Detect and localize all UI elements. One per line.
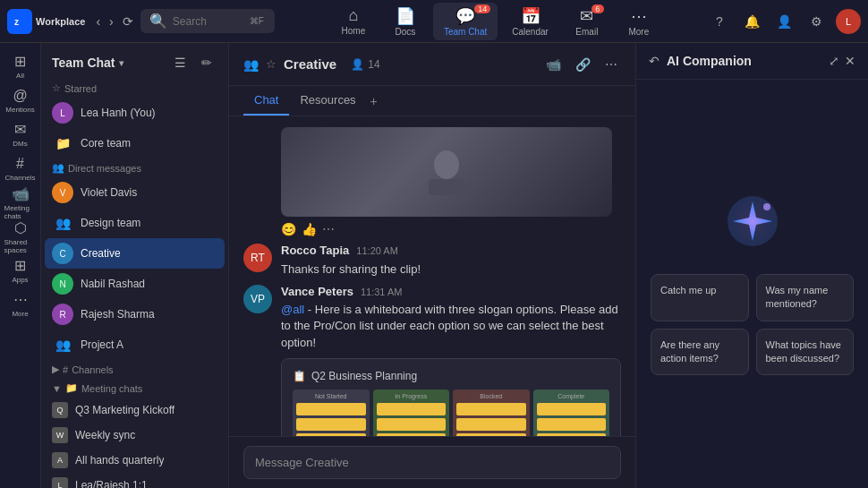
- icon-sidebar: ⊞ All @ Mentions ✉ DMs # Channels 📹 Meet…: [0, 43, 41, 488]
- calendar-icon: 📅: [521, 6, 540, 26]
- svg-text:z: z: [14, 17, 19, 27]
- more-options-button[interactable]: ⋯: [601, 54, 621, 75]
- chat-item-project-a[interactable]: 👥 Project A: [45, 330, 225, 360]
- image-placeholder-icon: [420, 145, 473, 199]
- ai-close-button[interactable]: ✕: [845, 54, 855, 68]
- chat-item-rajesh-sharma[interactable]: R Rajesh Sharma: [45, 299, 225, 330]
- chat-item-creative[interactable]: C Creative: [45, 238, 225, 269]
- chat-item-nabil-rashad[interactable]: N Nabil Rashad: [45, 269, 225, 299]
- ai-suggestion-catch-up[interactable]: Catch me up: [651, 274, 749, 321]
- ai-suggestions: Catch me up Was my name mentioned? Are t…: [651, 274, 854, 376]
- whiteboard-card[interactable]: 📋 Q2 Business Planning Not Started: [281, 358, 621, 436]
- all-icon: ⊞: [14, 53, 26, 70]
- sidebar-item-shared-spaces[interactable]: ⬡ Shared spaces: [4, 220, 37, 253]
- ai-panel-body: Catch me up Was my name mentioned? Are t…: [636, 80, 868, 488]
- image-message: 😊 👍 ⋯: [243, 127, 621, 236]
- chat-item-lea-hanh[interactable]: L Lea Hanh (You): [45, 98, 225, 128]
- nav-item-docs[interactable]: 📄 Docs: [381, 3, 430, 40]
- chat-sidebar-actions: ☰ ✏: [169, 52, 217, 73]
- ai-companion-panel: ↶ AI Companion ⤢ ✕: [635, 43, 868, 488]
- nav-arrows: ‹ › ⟳: [92, 13, 136, 30]
- zoom-logo[interactable]: z Workplace: [7, 9, 85, 34]
- core-team-folder-icon: 📁: [52, 133, 73, 154]
- sidebar-item-all[interactable]: ⊞ All: [4, 50, 37, 82]
- chat-item-all-hands[interactable]: A All hands quarterly: [45, 448, 225, 473]
- mention-all: @all: [281, 303, 304, 316]
- sidebar-item-meeting-chats[interactable]: 📹 Meeting chats: [4, 186, 37, 218]
- video-call-button[interactable]: 📹: [542, 54, 565, 75]
- nav-item-email[interactable]: ✉ 6 Email: [563, 3, 611, 40]
- wb-note: [296, 418, 366, 431]
- meeting-chats-icon: 📹: [12, 185, 30, 202]
- ai-suggestion-action-items[interactable]: Are there any action items?: [651, 329, 749, 376]
- member-count: 👤 14: [351, 58, 379, 71]
- search-bar[interactable]: 🔍 ⌘F: [140, 9, 275, 33]
- chat-sidebar-header: Team Chat ▾ ☰ ✏: [41, 43, 228, 79]
- mentions-icon: @: [13, 88, 27, 104]
- project-a-icon: 👥: [52, 334, 73, 355]
- ai-suggestion-name-mentioned[interactable]: Was my name mentioned?: [756, 274, 855, 321]
- nav-label-teamchat: Team Chat: [444, 27, 487, 37]
- compose-button[interactable]: ✏: [196, 52, 217, 73]
- nav-history-button[interactable]: ⟳: [119, 13, 137, 30]
- tab-add-button[interactable]: +: [367, 87, 381, 116]
- message-rocco: RT Rocco Tapia 11:20 AM Thanks for shari…: [243, 244, 621, 278]
- chat-tabs: Chat Resources +: [229, 86, 635, 116]
- sidebar-item-more[interactable]: ⋯ More: [4, 288, 37, 321]
- messages-area: 😊 👍 ⋯ RT Rocco Tapia 11:20 AM Thanks for…: [229, 116, 635, 436]
- nav-item-home[interactable]: ⌂ Home: [329, 3, 378, 39]
- sidebar-item-dms[interactable]: ✉ DMs: [4, 118, 37, 150]
- img-message-content: 😊 👍 ⋯: [281, 127, 612, 236]
- q3-marketing-name: Q3 Marketing Kickoff: [75, 404, 174, 416]
- reaction-thumbs-btn[interactable]: 👍: [302, 222, 317, 236]
- wb-label-in-progress: In Progress: [377, 393, 447, 399]
- wb-note: [377, 418, 447, 431]
- dm-section-header[interactable]: 👥 Direct messages: [45, 158, 225, 177]
- sidebar-item-mentions[interactable]: @ Mentions: [4, 84, 37, 116]
- channels-label: Channels: [5, 174, 36, 182]
- share-button[interactable]: 🔗: [572, 54, 594, 75]
- question-icon[interactable]: ?: [707, 9, 732, 34]
- violet-davis-avatar: V: [52, 182, 73, 203]
- filter-button[interactable]: ☰: [169, 52, 191, 73]
- chat-header: 👥 ☆ Creative 👤 14 📹 🔗 ⋯: [229, 43, 635, 86]
- tab-chat[interactable]: Chat: [243, 86, 289, 116]
- shared-spaces-label: Shared spaces: [4, 238, 37, 254]
- reaction-smile-btn[interactable]: 😊: [281, 222, 296, 236]
- meeting-chats-folder-icon: 📁: [65, 382, 78, 394]
- meeting-chats-section-header[interactable]: ▼ 📁 Meeting chats: [45, 379, 225, 398]
- chat-item-design-team[interactable]: 👥 Design team: [45, 208, 225, 238]
- chat-item-weekly-sync[interactable]: W Weekly sync: [45, 423, 225, 448]
- chat-item-q3-marketing[interactable]: Q Q3 Marketing Kickoff: [45, 398, 225, 423]
- contacts-icon[interactable]: 👤: [771, 9, 796, 34]
- meeting-chats-expand-icon: ▼: [52, 383, 62, 394]
- starred-section-header[interactable]: ☆ Starred: [45, 79, 225, 98]
- reaction-more-btn[interactable]: ⋯: [322, 222, 335, 236]
- chat-item-violet-davis[interactable]: V Violet Davis: [45, 177, 225, 208]
- bell-icon[interactable]: 🔔: [739, 9, 764, 34]
- chat-item-lea-rajesh[interactable]: L Lea/Rajesh 1:1: [45, 473, 225, 488]
- sidebar-item-apps[interactable]: ⊞ Apps: [4, 254, 37, 287]
- nav-item-calendar[interactable]: 📅 Calendar: [501, 3, 559, 40]
- message-input-box[interactable]: Message Creative: [243, 446, 621, 479]
- ai-expand-button[interactable]: ⤢: [829, 54, 839, 68]
- search-input[interactable]: [173, 15, 244, 28]
- ai-history-icon[interactable]: ↶: [649, 54, 660, 68]
- nav-back-button[interactable]: ‹: [92, 13, 104, 30]
- nav-item-teamchat[interactable]: 💬 14 Team Chat: [433, 3, 498, 40]
- channels-section-header[interactable]: ▶ # Channels: [45, 360, 225, 379]
- sidebar-item-channels[interactable]: # Channels: [4, 152, 37, 184]
- avatar[interactable]: L: [836, 9, 861, 34]
- channel-star-icon[interactable]: ☆: [266, 57, 277, 71]
- settings-icon[interactable]: ⚙: [804, 9, 829, 34]
- whiteboard-grid: Not Started In Progress: [293, 390, 609, 436]
- tab-resources[interactable]: Resources: [289, 86, 366, 116]
- ai-suggestion-topics[interactable]: What topics have been discussed?: [756, 329, 855, 376]
- chat-sidebar-title[interactable]: Team Chat ▾: [52, 56, 123, 70]
- nav-item-more[interactable]: ⋯ More: [615, 3, 663, 40]
- whiteboard-title: 📋 Q2 Business Planning: [293, 370, 609, 382]
- channels-section-icon: #: [63, 364, 68, 375]
- chat-item-core-team[interactable]: 📁 Core team: [45, 128, 225, 158]
- nav-items: ⌂ Home 📄 Docs 💬 14 Team Chat 📅 Calendar …: [285, 3, 707, 40]
- nav-forward-button[interactable]: ›: [106, 13, 117, 30]
